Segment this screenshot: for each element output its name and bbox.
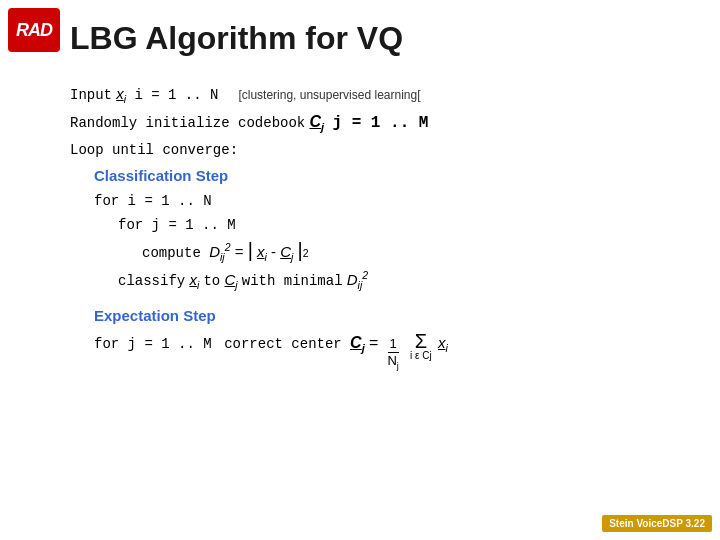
for-j2-label: for j = 1 .. M: [94, 332, 212, 357]
content-area: Input xi i = 1 .. N [clustering, unsuper…: [70, 81, 700, 371]
classify-line: classify xi to Cj with minimal Dij2: [70, 266, 700, 294]
input-line: Input xi i = 1 .. N [clustering, unsuper…: [70, 81, 700, 108]
d-ij-classify: Dij2: [347, 266, 368, 294]
x-i-classify: xi: [189, 267, 199, 294]
classify-label: classify: [118, 269, 185, 294]
correct-center-label: correct center: [224, 332, 342, 357]
for-i-label: for i = 1 .. N: [94, 189, 212, 214]
fraction: 1 Nj: [385, 336, 400, 371]
x-i-expect: xi: [438, 330, 448, 357]
loop-line: Loop until converge:: [70, 138, 700, 163]
classification-step-label: Classification Step: [94, 163, 228, 189]
sigma-symbol: Σ i ε Cj: [410, 331, 432, 361]
for-i-line: for i = 1 .. N: [70, 189, 700, 214]
bracket-comment: [clustering, unsupervised learning[: [238, 85, 420, 106]
for-j-label: for j = 1 .. M: [118, 213, 236, 238]
input-label: Input: [70, 83, 112, 108]
to-label: to: [203, 269, 220, 294]
logo-text: RAD: [16, 21, 52, 39]
expectation-for-line: for j = 1 .. M correct center Cj = 1 Nj …: [70, 329, 700, 371]
loop-label: Loop until converge:: [70, 138, 238, 163]
c-j-expect: Cj: [350, 329, 365, 359]
random-init-line: Randomly initialize codebook Cj j = 1 ..…: [70, 108, 700, 138]
equals-sign: =: [235, 239, 244, 265]
rad-logo: RAD: [8, 8, 60, 52]
with-minimal-label: with minimal: [242, 269, 343, 294]
compute-line: compute Dij2 = | xi - Cj | 2: [70, 238, 700, 266]
frac-denominator: Nj: [385, 353, 400, 372]
input-var: xi: [116, 81, 126, 108]
abs-open: |: [248, 240, 253, 260]
expectation-step-label: Expectation Step: [94, 303, 216, 329]
random-init: Randomly initialize codebook: [70, 111, 305, 136]
expectation-step-line: Expectation Step: [70, 303, 700, 329]
input-range: i = 1 .. N: [134, 83, 218, 108]
main-content: LBG Algorithm for VQ Input xi i = 1 .. N…: [70, 10, 700, 500]
footer-badge: Stein VoiceDSP 3.22: [602, 515, 712, 532]
d-ij: Dij2: [209, 238, 230, 266]
classification-step-line: Classification Step: [70, 163, 700, 189]
for-j-line: for j = 1 .. M: [70, 213, 700, 238]
codebook-range: j = 1 .. M: [332, 109, 428, 137]
x-i-compute: xi: [257, 239, 267, 266]
equals-expect: =: [369, 329, 378, 357]
frac-numerator: 1: [388, 336, 399, 353]
c-j-compute: Cj: [280, 239, 293, 266]
compute-label: compute: [142, 241, 201, 266]
codebook-var: Cj: [309, 108, 324, 138]
page-title: LBG Algorithm for VQ: [70, 20, 700, 57]
c-j-classify: Cj: [224, 267, 237, 294]
minus-sign: -: [271, 239, 276, 265]
